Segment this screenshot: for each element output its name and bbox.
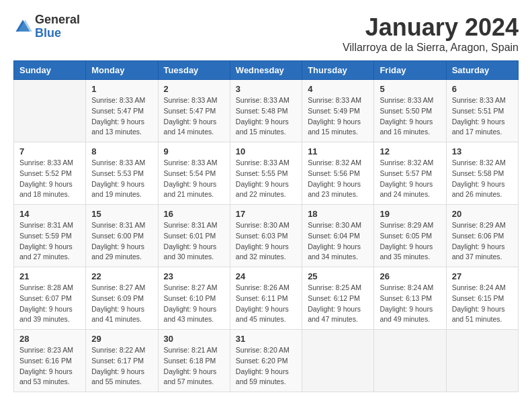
- table-row: 14 Sunrise: 8:31 AM Sunset: 5:59 PM Dayl…: [14, 205, 86, 267]
- table-row: 19 Sunrise: 8:29 AM Sunset: 6:05 PM Dayl…: [374, 205, 446, 267]
- day-info: Sunrise: 8:32 AM Sunset: 5:56 PM Dayligh…: [308, 158, 368, 200]
- day-info: Sunrise: 8:33 AM Sunset: 5:55 PM Dayligh…: [236, 158, 296, 200]
- sunrise-text: Sunrise: 8:33 AM: [164, 158, 218, 167]
- daylight-text: Daylight: 9 hours and 16 minutes.: [380, 118, 433, 136]
- table-row: [374, 330, 446, 392]
- day-info: Sunrise: 8:31 AM Sunset: 6:01 PM Dayligh…: [164, 220, 224, 263]
- day-info: Sunrise: 8:32 AM Sunset: 5:58 PM Dayligh…: [452, 158, 513, 200]
- day-info: Sunrise: 8:29 AM Sunset: 6:05 PM Dayligh…: [380, 220, 440, 263]
- day-number: 8: [91, 146, 152, 156]
- sunset-text: Sunset: 6:07 PM: [19, 294, 72, 302]
- day-info: Sunrise: 8:26 AM Sunset: 6:11 PM Dayligh…: [236, 283, 296, 325]
- daylight-text: Daylight: 9 hours and 26 minutes.: [452, 180, 505, 199]
- table-row: 24 Sunrise: 8:26 AM Sunset: 6:11 PM Dayl…: [230, 267, 302, 330]
- sunset-text: Sunset: 6:01 PM: [164, 232, 216, 240]
- sunset-text: Sunset: 5:56 PM: [308, 169, 360, 177]
- logo-general-text: General: [35, 13, 80, 26]
- day-number: 30: [164, 334, 224, 344]
- daylight-text: Daylight: 9 hours and 17 minutes.: [452, 118, 505, 136]
- col-friday: Friday: [374, 61, 446, 80]
- day-info: Sunrise: 8:28 AM Sunset: 6:07 PM Dayligh…: [19, 283, 80, 325]
- daylight-text: Daylight: 9 hours and 30 minutes.: [164, 242, 217, 261]
- day-number: 9: [164, 146, 224, 156]
- calendar-week-row: 1 Sunrise: 8:33 AM Sunset: 5:47 PM Dayli…: [14, 80, 519, 142]
- day-number: 21: [19, 271, 80, 281]
- day-number: 2: [164, 84, 224, 94]
- title-block: January 2024 Villarroya de la Sierra, Ar…: [343, 13, 519, 54]
- day-info: Sunrise: 8:33 AM Sunset: 5:54 PM Dayligh…: [164, 158, 224, 200]
- sunset-text: Sunset: 6:06 PM: [452, 232, 504, 240]
- sunset-text: Sunset: 6:11 PM: [236, 294, 288, 302]
- daylight-text: Daylight: 9 hours and 22 minutes.: [236, 180, 289, 199]
- table-row: 31 Sunrise: 8:20 AM Sunset: 6:20 PM Dayl…: [230, 330, 302, 392]
- sunrise-text: Sunrise: 8:25 AM: [308, 283, 361, 291]
- daylight-text: Daylight: 9 hours and 41 minutes.: [91, 305, 144, 324]
- col-sunday: Sunday: [14, 61, 86, 80]
- sunrise-text: Sunrise: 8:32 AM: [308, 158, 361, 167]
- sunset-text: Sunset: 5:49 PM: [308, 107, 360, 115]
- table-row: 5 Sunrise: 8:33 AM Sunset: 5:50 PM Dayli…: [374, 80, 446, 142]
- month-title: January 2024: [343, 13, 519, 42]
- table-row: 18 Sunrise: 8:30 AM Sunset: 6:04 PM Dayl…: [302, 205, 374, 267]
- table-row: 6 Sunrise: 8:33 AM Sunset: 5:51 PM Dayli…: [446, 80, 518, 142]
- sunrise-text: Sunrise: 8:31 AM: [19, 221, 73, 229]
- calendar-week-row: 28 Sunrise: 8:23 AM Sunset: 6:16 PM Dayl…: [14, 330, 519, 392]
- calendar-week-row: 7 Sunrise: 8:33 AM Sunset: 5:52 PM Dayli…: [14, 142, 519, 205]
- table-row: 23 Sunrise: 8:27 AM Sunset: 6:10 PM Dayl…: [158, 267, 230, 330]
- day-info: Sunrise: 8:29 AM Sunset: 6:06 PM Dayligh…: [452, 220, 513, 263]
- sunset-text: Sunset: 5:48 PM: [236, 107, 288, 115]
- calendar-header-row: Sunday Monday Tuesday Wednesday Thursday…: [14, 61, 519, 80]
- day-info: Sunrise: 8:21 AM Sunset: 6:18 PM Dayligh…: [164, 345, 224, 387]
- sunset-text: Sunset: 6:09 PM: [91, 294, 144, 302]
- day-number: 31: [236, 334, 296, 344]
- day-info: Sunrise: 8:22 AM Sunset: 6:17 PM Dayligh…: [91, 345, 152, 387]
- table-row: 29 Sunrise: 8:22 AM Sunset: 6:17 PM Dayl…: [86, 330, 158, 392]
- col-monday: Monday: [86, 61, 158, 80]
- calendar-week-row: 21 Sunrise: 8:28 AM Sunset: 6:07 PM Dayl…: [14, 267, 519, 330]
- day-number: 27: [452, 271, 513, 281]
- day-number: 22: [91, 271, 152, 281]
- table-row: 17 Sunrise: 8:30 AM Sunset: 6:03 PM Dayl…: [230, 205, 302, 267]
- daylight-text: Daylight: 9 hours and 39 minutes.: [19, 305, 73, 324]
- day-number: 7: [19, 146, 80, 156]
- sunset-text: Sunset: 6:13 PM: [380, 294, 432, 302]
- day-info: Sunrise: 8:33 AM Sunset: 5:47 PM Dayligh…: [164, 95, 224, 138]
- sunset-text: Sunset: 5:55 PM: [236, 169, 288, 177]
- day-number: 25: [308, 271, 368, 281]
- day-number: 4: [308, 84, 368, 94]
- calendar-week-row: 14 Sunrise: 8:31 AM Sunset: 5:59 PM Dayl…: [14, 205, 519, 267]
- day-number: 24: [236, 271, 296, 281]
- day-number: 10: [236, 146, 296, 156]
- sunrise-text: Sunrise: 8:22 AM: [91, 346, 145, 354]
- sunrise-text: Sunrise: 8:33 AM: [91, 158, 145, 167]
- sunrise-text: Sunrise: 8:26 AM: [236, 283, 290, 291]
- day-info: Sunrise: 8:33 AM Sunset: 5:53 PM Dayligh…: [91, 158, 152, 200]
- day-number: 14: [19, 209, 80, 219]
- table-row: 3 Sunrise: 8:33 AM Sunset: 5:48 PM Dayli…: [230, 80, 302, 142]
- day-number: 17: [236, 209, 296, 219]
- day-number: 28: [19, 334, 80, 344]
- sunrise-text: Sunrise: 8:31 AM: [91, 221, 145, 229]
- sunrise-text: Sunrise: 8:33 AM: [236, 158, 290, 167]
- sunset-text: Sunset: 5:51 PM: [452, 107, 504, 115]
- sunrise-text: Sunrise: 8:33 AM: [308, 96, 361, 104]
- table-row: 22 Sunrise: 8:27 AM Sunset: 6:09 PM Dayl…: [86, 267, 158, 330]
- daylight-text: Daylight: 9 hours and 47 minutes.: [308, 305, 361, 324]
- sunset-text: Sunset: 6:04 PM: [308, 232, 360, 240]
- day-info: Sunrise: 8:25 AM Sunset: 6:12 PM Dayligh…: [308, 283, 368, 325]
- logo-blue-text: Blue: [35, 26, 61, 40]
- day-number: 3: [236, 84, 296, 94]
- table-row: 9 Sunrise: 8:33 AM Sunset: 5:54 PM Dayli…: [158, 142, 230, 205]
- daylight-text: Daylight: 9 hours and 15 minutes.: [308, 118, 361, 136]
- daylight-text: Daylight: 9 hours and 37 minutes.: [452, 242, 505, 261]
- table-row: [14, 80, 86, 142]
- daylight-text: Daylight: 9 hours and 32 minutes.: [236, 242, 289, 261]
- sunrise-text: Sunrise: 8:24 AM: [452, 283, 506, 291]
- table-row: 30 Sunrise: 8:21 AM Sunset: 6:18 PM Dayl…: [158, 330, 230, 392]
- daylight-text: Daylight: 9 hours and 35 minutes.: [380, 242, 433, 261]
- sunrise-text: Sunrise: 8:24 AM: [380, 283, 433, 291]
- day-number: 6: [452, 84, 513, 94]
- col-thursday: Thursday: [302, 61, 374, 80]
- table-row: 13 Sunrise: 8:32 AM Sunset: 5:58 PM Dayl…: [446, 142, 518, 205]
- daylight-text: Daylight: 9 hours and 51 minutes.: [452, 305, 505, 324]
